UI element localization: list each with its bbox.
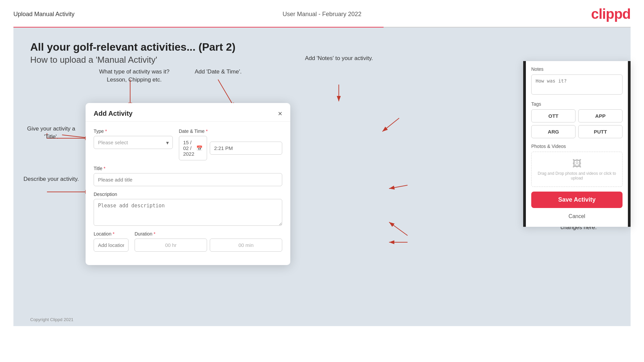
upload-text: Drag and Drop photos and videos or click… <box>535 171 619 180</box>
title-label: Title * <box>94 166 282 171</box>
description-label: Description <box>94 192 282 197</box>
form-row-title: Title * <box>94 166 282 186</box>
title-input[interactable] <box>94 173 282 186</box>
form-row-description: Description <box>94 192 282 226</box>
notes-textarea[interactable] <box>531 74 623 95</box>
upload-area[interactable]: 🖼 Drag and Drop photos and videos or cli… <box>531 152 623 187</box>
type-group: Type * Please select <box>94 128 173 160</box>
top-bar: Upload Manual Activity User Manual - Feb… <box>0 0 644 22</box>
tags-grid: OTT APP ARG PUTT <box>531 109 623 138</box>
time-input[interactable] <box>210 142 282 155</box>
page-label: Upload Manual Activity <box>13 11 75 18</box>
page-title: All your golf-relevant activities... (Pa… <box>30 41 614 53</box>
dialog-close-button[interactable]: × <box>278 110 282 117</box>
type-label: Type * <box>94 128 173 134</box>
photos-label: Photos & Videos <box>531 144 623 149</box>
title-group: Title * <box>94 166 282 186</box>
duration-label: Duration * <box>135 231 282 237</box>
upload-icon: 🖼 <box>535 158 619 169</box>
tags-label: Tags <box>531 101 623 107</box>
svg-line-12 <box>389 222 407 236</box>
tag-app[interactable]: APP <box>578 109 623 122</box>
tag-arg[interactable]: ARG <box>531 125 576 138</box>
phone-panel: Notes Tags OTT APP ARG PUTT Photos & Vid… <box>523 61 631 227</box>
calendar-icon: 📅 <box>196 145 203 151</box>
duration-group: Duration * <box>135 231 282 252</box>
duration-row <box>135 239 282 252</box>
duration-hr-input[interactable] <box>135 239 207 252</box>
logo: clippd <box>591 6 631 22</box>
phone-inner: Notes Tags OTT APP ARG PUTT Photos & Vid… <box>526 61 628 227</box>
svg-line-10 <box>382 118 399 132</box>
add-activity-dialog: Add Activity × Type * Please select <box>86 103 290 265</box>
cancel-button[interactable]: Cancel <box>531 211 623 221</box>
type-select-wrapper: Please select <box>94 136 173 149</box>
copyright: Copyright Clippd 2021 <box>30 317 73 322</box>
form-row-type-date: Type * Please select Date & Time * 15 <box>94 128 282 160</box>
main-content: All your golf-relevant activities... (Pa… <box>13 28 631 326</box>
dialog-body: Type * Please select Date & Time * 15 <box>86 122 290 265</box>
save-activity-button[interactable]: Save Activity <box>531 192 623 208</box>
description-textarea[interactable] <box>94 199 282 226</box>
annotation-activity-type: What type of activity was it? Lesson, Ch… <box>96 68 173 84</box>
annotation-date-time: Add 'Date & Time'. <box>191 68 245 76</box>
dialog-header: Add Activity × <box>86 103 290 122</box>
type-select[interactable]: Please select <box>94 136 173 149</box>
date-input[interactable]: 15 / 02 / 2022 📅 <box>179 136 207 160</box>
form-row-location-duration: Location * Duration * <box>94 231 282 252</box>
duration-min-input[interactable] <box>210 239 282 252</box>
notes-label: Notes <box>531 66 623 72</box>
tag-putt[interactable]: PUTT <box>578 125 623 138</box>
annotation-description: Describe your activity. <box>23 175 79 183</box>
location-input[interactable] <box>94 239 129 252</box>
svg-line-11 <box>389 185 407 189</box>
annotation-title: Give your activity a 'Title'. <box>23 125 79 141</box>
annotation-notes: Add 'Notes' to your activity. <box>295 54 383 62</box>
manual-label: User Manual - February 2022 <box>283 11 361 18</box>
tag-ott[interactable]: OTT <box>531 109 576 122</box>
description-group: Description <box>94 192 282 226</box>
date-time-label: Date & Time * <box>179 128 282 134</box>
location-group: Location * <box>94 231 129 252</box>
dialog-title: Add Activity <box>94 110 133 117</box>
location-label: Location * <box>94 231 129 237</box>
date-time-row: 15 / 02 / 2022 📅 <box>179 136 282 160</box>
date-time-group: Date & Time * 15 / 02 / 2022 📅 <box>179 128 282 160</box>
